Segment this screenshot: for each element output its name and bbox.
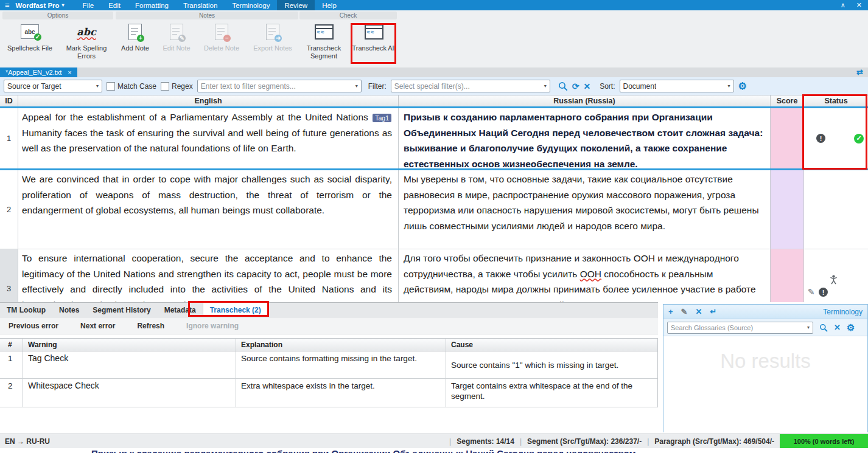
document-tab[interactable]: *Appeal_EN_v2.txt × <box>0 67 77 77</box>
confirmed-check-icon[interactable]: ✓ <box>854 134 864 144</box>
glossary-settings-gear-icon[interactable]: ⚙ <box>847 322 855 333</box>
regex-checkbox[interactable]: Regex <box>161 82 193 91</box>
tab-metadata[interactable]: Metadata <box>158 303 203 317</box>
tab-transcheck[interactable]: Transcheck (2) <box>203 303 268 317</box>
column-header-target: Russian (Russia) <box>399 95 771 106</box>
menu-edit[interactable]: Edit <box>101 0 128 10</box>
delete-note-icon: − <box>215 21 228 43</box>
segment-target[interactable]: Призыв к созданию парламентарного собран… <box>399 108 771 168</box>
sort-select[interactable]: Document ▾ <box>620 80 734 92</box>
transcheck-all-icon <box>365 21 383 43</box>
menu-review[interactable]: Review <box>277 0 315 10</box>
restore-layout-icon[interactable]: ⇄ <box>856 67 863 77</box>
menu-file[interactable]: File <box>75 0 102 10</box>
transcheck-row[interactable]: 1 Tag Check Source contains formatting m… <box>0 351 657 379</box>
collapse-ribbon-icon[interactable]: ∧ <box>841 1 845 9</box>
app-brand-menu[interactable]: Wordfast Pro ▾ <box>13 2 67 9</box>
ignore-warning-button: Ignore warning <box>186 322 239 330</box>
score-cell <box>771 170 804 249</box>
add-term-icon[interactable]: + <box>668 307 673 316</box>
previous-error-button[interactable]: Previous error <box>9 322 58 330</box>
segment-row[interactable]: 1 Appeal for the establishment of a Parl… <box>0 106 868 170</box>
status-cell: ✎ ! <box>804 249 868 302</box>
segment-source[interactable]: To ensure international cooperation, sec… <box>18 249 399 302</box>
checkbox-box[interactable] <box>107 82 115 91</box>
mark-spelling-errors-button[interactable]: abc Mark Spelling Errors <box>58 21 114 66</box>
menu-help[interactable]: Help <box>315 0 344 10</box>
search-glossary-icon[interactable] <box>819 323 828 332</box>
refresh-filter-icon[interactable]: ⟳ <box>572 81 579 91</box>
col-explanation: Explanation <box>236 339 446 351</box>
insert-term-icon[interactable]: ↵ <box>710 307 716 316</box>
chevron-down-icon: ▾ <box>96 83 99 89</box>
spellcheck-file-button[interactable]: abc✓ Spellcheck File <box>4 21 56 66</box>
glossary-search-input[interactable]: Search Glossaries (Source) ▾ <box>667 322 813 334</box>
segment-source[interactable]: Appeal for the establishment of a Parlia… <box>18 108 399 168</box>
special-filter-select[interactable]: Select special filter(s)... ▾ <box>391 80 550 92</box>
next-error-button[interactable]: Next error <box>80 322 115 330</box>
segment-row[interactable]: 2 We are convinced that in order to cope… <box>0 170 868 249</box>
segment-target[interactable]: Мы уверены в том, что основные задачи, т… <box>399 170 771 249</box>
column-header-id: ID <box>0 95 18 106</box>
transcheck-toolbar: Previous error Next error Refresh Ignore… <box>0 317 658 334</box>
segment-row[interactable]: 3 To ensure international cooperation, s… <box>0 249 868 302</box>
edit-term-icon[interactable]: ✎ <box>681 307 688 316</box>
terminology-panel: + ✎ ✕ ↵ Terminology Search Glossaries (S… <box>663 304 868 432</box>
score-cell <box>771 249 804 302</box>
tab-segment-history[interactable]: Segment History <box>86 303 157 317</box>
add-note-button[interactable]: + Add Note <box>116 21 155 66</box>
hamburger-icon[interactable]: ≡ <box>0 1 13 10</box>
transcheck-segment-button[interactable]: Transcheck Segment <box>301 21 347 66</box>
column-header-score: Score <box>771 95 804 106</box>
tab-close-icon[interactable]: × <box>68 69 71 76</box>
document-tab-title: *Appeal_EN_v2.txt <box>5 69 61 76</box>
menu-formatting[interactable]: Formatting <box>128 0 176 10</box>
search-icon[interactable] <box>558 81 568 91</box>
ribbon-group-notes: Notes <box>116 12 298 19</box>
segment-char-counts: Segment (Src/Tgt/Max): 236/237/- <box>522 437 647 446</box>
clipped-background-window: Призыв к созданию парламентарного собран… <box>0 448 868 453</box>
filter-settings-gear-icon[interactable]: ⚙ <box>738 80 747 92</box>
app-brand-label: Wordfast Pro <box>16 2 60 9</box>
transcheck-all-button[interactable]: Transcheck All <box>352 21 396 66</box>
edit-note-button: ✎ Edit Note <box>157 21 196 66</box>
clear-glossary-search-icon[interactable]: ✕ <box>834 323 841 332</box>
col-number: # <box>0 339 23 351</box>
segment-grid-body: 1 Appeal for the establishment of a Parl… <box>0 106 868 302</box>
clear-filter-icon[interactable]: ✕ <box>583 81 590 91</box>
transcheck-segment-icon <box>315 21 334 43</box>
chevron-down-icon: ▾ <box>544 83 547 89</box>
ribbon-group-check: Check <box>299 12 397 19</box>
delete-term-icon[interactable]: ✕ <box>696 307 702 316</box>
menu-translation[interactable]: Translation <box>176 0 225 10</box>
segment-target[interactable]: Для того чтобы обеспечить признание и за… <box>399 249 771 302</box>
terminology-header: + ✎ ✕ ↵ Terminology <box>663 305 867 319</box>
chevron-down-icon: ▾ <box>355 83 358 89</box>
warning-icon[interactable]: ! <box>816 134 825 143</box>
segment-grid-header: ID English Russian (Russia) Score Status <box>0 95 868 107</box>
ribbon: Options Notes Check abc✓ Spellcheck File… <box>0 10 868 68</box>
segment-id: 1 <box>0 108 18 168</box>
col-cause: Cause <box>446 339 657 351</box>
chevron-down-icon: ▾ <box>62 2 65 8</box>
match-case-checkbox[interactable]: Match Case <box>107 82 156 91</box>
segment-source[interactable]: We are convinced that in order to cope w… <box>18 170 399 249</box>
refresh-button[interactable]: Refresh <box>137 322 164 330</box>
spellcheck-file-icon: abc✓ <box>21 21 39 43</box>
warning-icon[interactable]: ! <box>819 288 828 297</box>
checkbox-box[interactable] <box>161 82 169 91</box>
tab-tm-lookup[interactable]: TM Lookup <box>0 303 52 317</box>
close-window-icon[interactable]: ✕ <box>856 1 862 9</box>
tab-notes[interactable]: Notes <box>52 303 86 317</box>
edit-pencil-icon[interactable]: ✎ <box>808 287 815 297</box>
chevron-down-icon: ▾ <box>807 325 810 330</box>
filter-label: Filter: <box>368 82 387 91</box>
transcheck-row[interactable]: 2 Whitespace Check Extra whitespace exis… <box>0 379 657 407</box>
segment-id: 3 <box>0 249 18 302</box>
filter-scope-select[interactable]: Source or Target ▾ <box>4 80 102 92</box>
filter-text-input[interactable]: Enter text to filter segments... ▾ <box>197 80 362 92</box>
misspelled-word: ООН <box>580 269 601 279</box>
translator-person-icon[interactable] <box>830 275 838 287</box>
inline-tag[interactable]: Tag1 <box>373 114 391 122</box>
menu-terminology[interactable]: Terminology <box>225 0 277 10</box>
